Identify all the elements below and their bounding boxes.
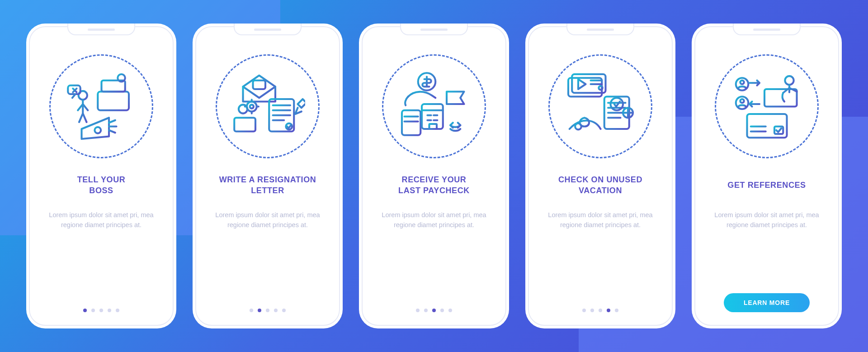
pagination-dots	[582, 309, 618, 312]
references-icon	[715, 54, 819, 158]
pagination-dots	[250, 309, 286, 312]
screen-title: RECEIVE YOUR LAST PAYCHECK	[393, 174, 475, 196]
pagination-dot-active[interactable]	[607, 309, 610, 312]
phone-mockup: GET REFERENCESLorem ipsum dolor sit amet…	[692, 24, 842, 328]
paycheck-icon	[382, 54, 486, 158]
screen-title: CHECK ON UNUSED VACATION	[553, 174, 648, 196]
pagination-dot[interactable]	[424, 309, 428, 312]
phone-notch	[400, 24, 468, 35]
resignation-icon	[216, 54, 320, 158]
tell-boss-icon	[49, 54, 153, 158]
pagination-dot[interactable]	[599, 309, 602, 312]
screen-body: Lorem ipsum dolor sit amet pri, mea regi…	[203, 210, 333, 230]
phone-mockup: TELL YOUR BOSSLorem ipsum dolor sit amet…	[26, 24, 176, 328]
pagination-dot[interactable]	[99, 309, 103, 312]
pagination-dot[interactable]	[615, 309, 618, 312]
screen-body: Lorem ipsum dolor sit amet pri, mea regi…	[36, 210, 166, 230]
phone-mockup: CHECK ON UNUSED VACATIONLorem ipsum dolo…	[525, 24, 675, 328]
pagination-dot[interactable]	[274, 309, 278, 312]
screen-body: Lorem ipsum dolor sit amet pri, mea regi…	[535, 210, 665, 230]
screen-body: Lorem ipsum dolor sit amet pri, mea regi…	[369, 210, 499, 230]
pagination-dot[interactable]	[440, 309, 444, 312]
phone-notch	[234, 24, 302, 35]
screen-title: WRITE A RESIGNATION LETTER	[214, 174, 322, 196]
phone-notch	[733, 24, 801, 35]
phone-notch	[67, 24, 135, 35]
phone-mockup: WRITE A RESIGNATION LETTERLorem ipsum do…	[193, 24, 343, 328]
phones-row: TELL YOUR BOSSLorem ipsum dolor sit amet…	[26, 24, 842, 328]
pagination-dot-active[interactable]	[258, 309, 261, 312]
pagination-dot[interactable]	[108, 309, 111, 312]
pagination-dot[interactable]	[590, 309, 594, 312]
pagination-dot-active[interactable]	[432, 309, 436, 312]
phone-notch	[566, 24, 634, 35]
pagination-dot-active[interactable]	[83, 309, 87, 312]
screen-title: TELL YOUR BOSS	[72, 174, 131, 196]
pagination-dots	[83, 309, 119, 312]
vacation-icon	[548, 54, 652, 158]
pagination-dots	[416, 309, 452, 312]
pagination-dot[interactable]	[582, 309, 586, 312]
phone-mockup: RECEIVE YOUR LAST PAYCHECKLorem ipsum do…	[359, 24, 509, 328]
pagination-dot[interactable]	[116, 309, 119, 312]
screen-body: Lorem ipsum dolor sit amet pri, mea regi…	[702, 210, 832, 230]
pagination-dot[interactable]	[448, 309, 452, 312]
screen-title: GET REFERENCES	[722, 174, 811, 196]
pagination-dot[interactable]	[416, 309, 420, 312]
pagination-dot[interactable]	[250, 309, 253, 312]
pagination-dot[interactable]	[282, 309, 286, 312]
pagination-dot[interactable]	[91, 309, 95, 312]
learn-more-button[interactable]: LEARN MORE	[724, 293, 810, 312]
pagination-dot[interactable]	[266, 309, 269, 312]
